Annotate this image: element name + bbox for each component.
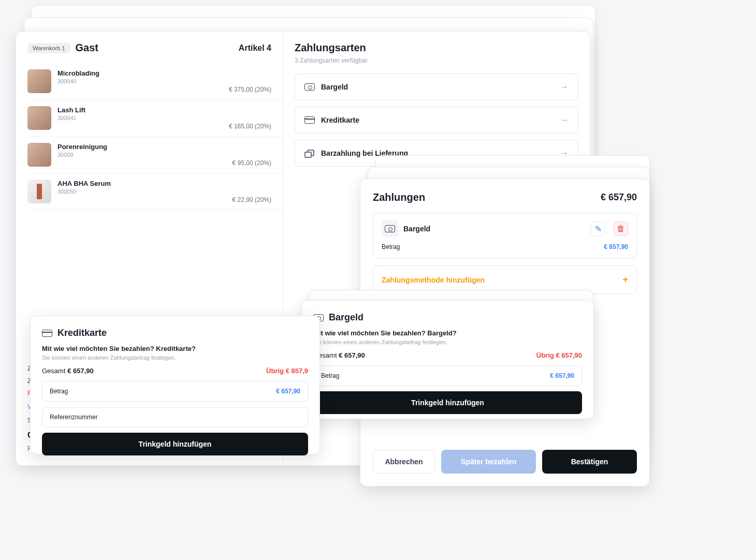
cc-reference-label: Referenznummer xyxy=(50,414,98,421)
cc-amount-input[interactable]: Betrag € 657,90 xyxy=(42,381,308,402)
payment-entry-name: Bargeld xyxy=(403,225,586,233)
chevron-right-icon: → xyxy=(560,115,569,125)
payments-total: € 657,90 xyxy=(601,192,637,203)
add-tip-button[interactable]: Trinkgeld hinzufügen xyxy=(42,433,308,455)
cc-reference-input[interactable]: Referenznummer xyxy=(42,407,308,428)
item-thumbnail xyxy=(27,180,51,203)
cash-amount-input[interactable]: Betrag € 657,90 xyxy=(313,365,582,386)
cash-remain-label: Übrig xyxy=(536,351,554,359)
cash-icon xyxy=(382,220,398,237)
cc-amount-value: € 657,90 xyxy=(276,388,300,395)
pay-later-button[interactable]: Später bezahlen xyxy=(441,450,536,474)
item-price: € 22,90 (20%) xyxy=(209,187,271,203)
payment-amount-label: Betrag xyxy=(382,243,400,250)
cart-item[interactable]: Porenreinigung 30008 € 95,00 (20%) xyxy=(27,137,283,173)
add-payment-label: Zahlungsmethode hinzufügen xyxy=(382,276,485,284)
item-name: Microblading xyxy=(57,69,203,77)
creditcard-dialog: Kreditkarte Mit wie viel möchten Sie bez… xyxy=(30,316,320,454)
cart-item[interactable]: Lash Lift 300041 € 165,00 (20%) xyxy=(27,100,283,137)
item-thumbnail xyxy=(27,69,51,93)
payment-option-label: Bargeld xyxy=(321,83,554,91)
edit-payment-button[interactable]: ✎ xyxy=(591,222,605,236)
cart-tab-chip[interactable]: Warenkorb 1 xyxy=(27,43,70,53)
payment-methods-subtitle: 3 Zahlungsarten verfügbar xyxy=(295,57,578,64)
item-price: € 165,00 (20%) xyxy=(209,113,271,130)
plus-icon: + xyxy=(622,274,628,285)
payment-methods-title: Zahlungsarten xyxy=(295,42,578,54)
cc-amount-label: Betrag xyxy=(50,388,68,395)
item-thumbnail xyxy=(27,106,51,130)
item-name: AHA BHA Serum xyxy=(57,180,203,187)
cart-item[interactable]: AHA BHA Serum 300050 € 22,90 (20%) xyxy=(27,173,283,210)
cc-question: Mit wie viel möchten Sie bezahlen? Kredi… xyxy=(42,345,308,352)
payment-amount-value: € 657,90 xyxy=(604,243,628,250)
card-icon xyxy=(42,330,52,337)
item-price: € 95,00 (20%) xyxy=(209,150,271,167)
card-icon xyxy=(304,116,315,124)
cc-dialog-title: Kreditkarte xyxy=(57,328,107,338)
payment-entry: Bargeld ✎ 🗑 Betrag € 657,90 xyxy=(373,213,637,258)
item-sku: 300040 xyxy=(57,78,203,84)
chevron-right-icon: → xyxy=(560,82,569,92)
cash-total-value: € 657,90 xyxy=(339,351,365,359)
add-tip-button[interactable]: Trinkgeld hinzufügen xyxy=(313,391,582,414)
cc-total-label: Gesamt xyxy=(42,367,66,375)
confirm-button[interactable]: Bestätigen xyxy=(542,450,637,474)
cash-remain-value: € 657,90 xyxy=(556,351,582,359)
cc-remain-label: Übrig xyxy=(266,367,284,375)
cart-item[interactable]: Microblading 300040 € 375,00 (20%) xyxy=(27,63,283,100)
item-name: Lash Lift xyxy=(57,106,203,114)
svg-rect-0 xyxy=(305,152,311,157)
item-name: Porenreinigung xyxy=(57,143,203,151)
guest-name: Gast xyxy=(76,42,234,54)
cash-question: Mit wie viel möchten Sie bezahlen? Barge… xyxy=(313,329,582,337)
cancel-button[interactable]: Abbrechen xyxy=(373,450,435,474)
cash-dialog-title: Bargeld xyxy=(329,312,364,323)
item-price: € 375,00 (20%) xyxy=(209,77,271,93)
cc-total-value: € 657,90 xyxy=(67,367,94,375)
payment-option-label: Kreditkarte xyxy=(321,116,554,124)
payments-title: Zahlungen xyxy=(373,191,425,203)
cash-amount-label: Betrag xyxy=(321,372,339,379)
item-sku: 300041 xyxy=(57,115,203,121)
item-sku: 300050 xyxy=(57,188,203,195)
article-count: Artikel 4 xyxy=(239,43,271,53)
payment-option-card[interactable]: Kreditkarte → xyxy=(295,107,578,134)
cash-hint: Sie können einen anderen Zahlungsbetrag … xyxy=(313,339,582,345)
payment-option-cash[interactable]: Bargeld → xyxy=(295,73,578,100)
cash-icon xyxy=(304,83,315,91)
delete-payment-button[interactable]: 🗑 xyxy=(614,222,628,236)
cc-hint: Sie können einen anderen Zahlungsbetrag … xyxy=(42,355,308,361)
cash-dialog: Bargeld Mit wie viel möchten Sie bezahle… xyxy=(301,300,594,419)
cc-remain-value: € 657,9 xyxy=(286,367,308,375)
cash-amount-value: € 657,90 xyxy=(550,372,574,379)
item-sku: 30008 xyxy=(57,152,203,158)
item-thumbnail xyxy=(27,143,51,167)
cod-icon xyxy=(304,150,315,157)
